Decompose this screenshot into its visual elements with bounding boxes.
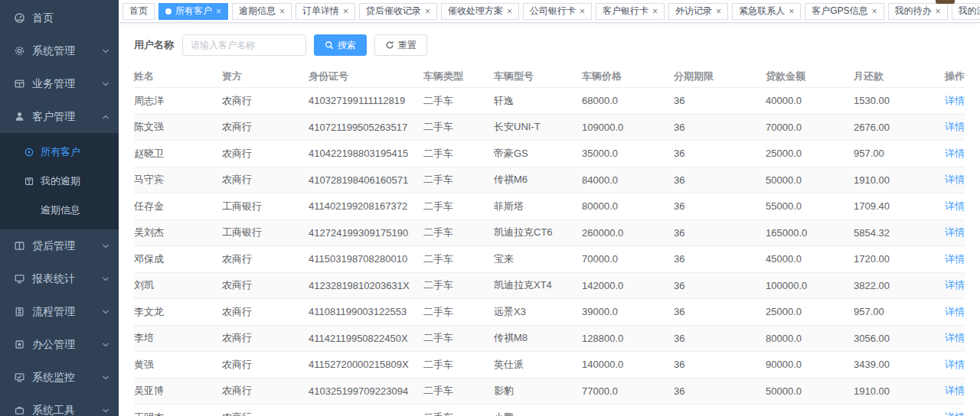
table-row: 任存金工商银行411402199208167372二手车菲斯塔80000.036… bbox=[134, 193, 965, 220]
sidebar-item-all-customers[interactable]: 所有客户 bbox=[0, 138, 119, 167]
tab-label: 我的待办 bbox=[895, 5, 932, 18]
search-button[interactable]: 搜索 bbox=[314, 34, 367, 56]
close-icon[interactable]: × bbox=[425, 7, 430, 16]
cell-vehicle-model: 菲斯塔 bbox=[494, 193, 582, 220]
tab-label: 贷后催收记录 bbox=[366, 5, 421, 18]
close-icon[interactable]: × bbox=[936, 7, 941, 16]
refresh-icon bbox=[385, 41, 394, 50]
cell-actions: 详情 bbox=[934, 167, 965, 194]
cell-monthly-payment: 957.00 bbox=[854, 141, 934, 167]
cell-periods: 36 bbox=[674, 115, 766, 141]
detail-link[interactable]: 详情 bbox=[945, 174, 965, 185]
sidebar-item-report[interactable]: 报表统计 bbox=[0, 262, 119, 295]
reset-button[interactable]: 重置 bbox=[374, 34, 427, 56]
tab-customer-bank-card[interactable]: 客户银行卡× bbox=[596, 3, 665, 20]
cell-periods: 36 bbox=[674, 352, 766, 379]
cell-actions: 详情 bbox=[934, 141, 965, 167]
table-row: 邓保成农商行411503198708280010二手车宝来70000.03645… bbox=[134, 246, 965, 273]
reset-button-label: 重置 bbox=[398, 39, 416, 52]
tab-order-detail[interactable]: 订单详情× bbox=[296, 3, 355, 20]
tab-my-flow[interactable]: 我的流程× bbox=[952, 3, 980, 20]
detail-link[interactable]: 详情 bbox=[945, 226, 965, 238]
table-row: 李文龙农商行411081199003122553二手车远景X339000.036… bbox=[134, 299, 965, 326]
cell-monthly-payment: 2676.00 bbox=[854, 115, 934, 141]
detail-link[interactable]: 详情 bbox=[945, 253, 965, 265]
sidebar-item-label: 系统工具 bbox=[32, 404, 75, 416]
cell-name: 任存金 bbox=[134, 193, 222, 220]
sidebar-item-office[interactable]: 办公管理 bbox=[0, 328, 119, 361]
search-label: 用户名称 bbox=[134, 38, 174, 52]
cell-actions: 详情 bbox=[934, 326, 965, 353]
sidebar-item-system[interactable]: 系统管理 bbox=[0, 34, 119, 67]
detail-link[interactable]: 详情 bbox=[945, 121, 965, 132]
sidebar-item-business[interactable]: 业务管理 bbox=[0, 67, 119, 100]
cell-actions: 详情 bbox=[934, 299, 965, 326]
sidebar-item-post-loan[interactable]: 贷后管理 bbox=[0, 229, 119, 262]
tab-visit-record[interactable]: 外访记录× bbox=[668, 3, 728, 20]
cell-vehicle-model: 帝豪GS bbox=[494, 141, 582, 167]
close-icon[interactable]: × bbox=[507, 7, 512, 16]
cell-periods: 36 bbox=[674, 167, 766, 194]
detail-link[interactable]: 详情 bbox=[945, 306, 965, 317]
tab-collection-record[interactable]: 贷后催收记录× bbox=[359, 3, 437, 20]
close-icon[interactable]: × bbox=[279, 7, 285, 16]
tab-company-bank-card[interactable]: 公司银行卡× bbox=[523, 3, 592, 20]
column-header: 身份证号 bbox=[309, 65, 423, 88]
detail-link[interactable]: 详情 bbox=[945, 385, 965, 396]
sidebar-item-customer[interactable]: 客户管理 bbox=[0, 100, 119, 133]
cell-name: 吴亚博 bbox=[134, 379, 222, 405]
cell-vehicle-price: 70000.0 bbox=[582, 246, 674, 273]
cell-id-number: 410721199505263517 bbox=[309, 115, 423, 141]
sidebar-item-flow[interactable]: 流程管理 bbox=[0, 295, 119, 328]
cell-monthly-payment: 1910.00 bbox=[854, 379, 934, 405]
tab-home[interactable]: 首页 bbox=[122, 3, 155, 20]
sidebar-item-overdue-info[interactable]: 逾期信息 bbox=[0, 196, 119, 225]
customer-name-input[interactable] bbox=[182, 34, 306, 56]
sidebar-item-tools[interactable]: 系统工具 bbox=[0, 394, 119, 416]
tab-collection-plan[interactable]: 催收处理方案× bbox=[441, 3, 519, 20]
cell-periods: 36 bbox=[674, 220, 766, 247]
cell-vehicle-type: 二手车 bbox=[423, 273, 494, 300]
cell-name: 刘凯 bbox=[134, 273, 222, 300]
avatar[interactable] bbox=[936, 0, 955, 4]
cell-actions: 详情 bbox=[934, 115, 965, 141]
detail-link[interactable]: 详情 bbox=[945, 148, 965, 159]
detail-link[interactable]: 详情 bbox=[945, 200, 965, 212]
tab-overdue-info[interactable]: 逾期信息× bbox=[232, 3, 292, 20]
tab-all-customers[interactable]: 所有客户× bbox=[158, 3, 228, 20]
tab-emergency-contact[interactable]: 紧急联系人× bbox=[732, 3, 801, 20]
cell-id-number bbox=[309, 405, 423, 416]
tab-customer-gps[interactable]: 客户GPS信息× bbox=[805, 3, 884, 20]
cell-id-number: 41152720000215809X bbox=[309, 352, 423, 379]
sidebar-item-label: 办公管理 bbox=[32, 338, 75, 352]
close-icon[interactable]: × bbox=[871, 7, 877, 16]
detail-link[interactable]: 详情 bbox=[945, 359, 965, 370]
cell-vehicle-model: 影豹 bbox=[494, 379, 582, 405]
table-row: 王明杰农商行二手车小鹏详情 bbox=[134, 405, 965, 416]
detail-link[interactable]: 详情 bbox=[945, 411, 965, 416]
sidebar-item-my-overdue[interactable]: 我的逾期 bbox=[0, 167, 119, 196]
tab-label: 客户GPS信息 bbox=[812, 5, 867, 18]
cell-funder: 工商银行 bbox=[222, 193, 309, 220]
cell-funder: 农商行 bbox=[222, 246, 309, 273]
cell-vehicle-price: 84000.0 bbox=[582, 167, 674, 194]
cell-vehicle-type: 二手车 bbox=[423, 299, 494, 326]
sidebar-item-label: 系统管理 bbox=[32, 44, 75, 58]
detail-link[interactable]: 详情 bbox=[945, 279, 965, 291]
close-icon[interactable]: × bbox=[580, 7, 585, 16]
cell-monthly-payment: 5854.32 bbox=[854, 220, 934, 247]
close-icon[interactable]: × bbox=[789, 7, 794, 16]
cell-loan-amount: 40000.0 bbox=[766, 88, 854, 115]
cell-loan-amount: 165000.0 bbox=[766, 220, 854, 247]
overdue-icon bbox=[24, 176, 34, 187]
tab-my-todo[interactable]: 我的待办× bbox=[888, 3, 948, 20]
close-icon[interactable]: × bbox=[652, 7, 658, 16]
sidebar-item-home[interactable]: 首页 bbox=[0, 2, 119, 34]
detail-link[interactable]: 详情 bbox=[945, 95, 965, 106]
sidebar-item-monitor[interactable]: 系统监控 bbox=[0, 361, 119, 394]
close-icon[interactable]: × bbox=[716, 7, 721, 16]
close-icon[interactable]: × bbox=[343, 7, 348, 16]
sidebar-item-label: 系统监控 bbox=[32, 371, 75, 385]
detail-link[interactable]: 详情 bbox=[945, 332, 965, 343]
close-icon[interactable]: × bbox=[216, 7, 221, 16]
